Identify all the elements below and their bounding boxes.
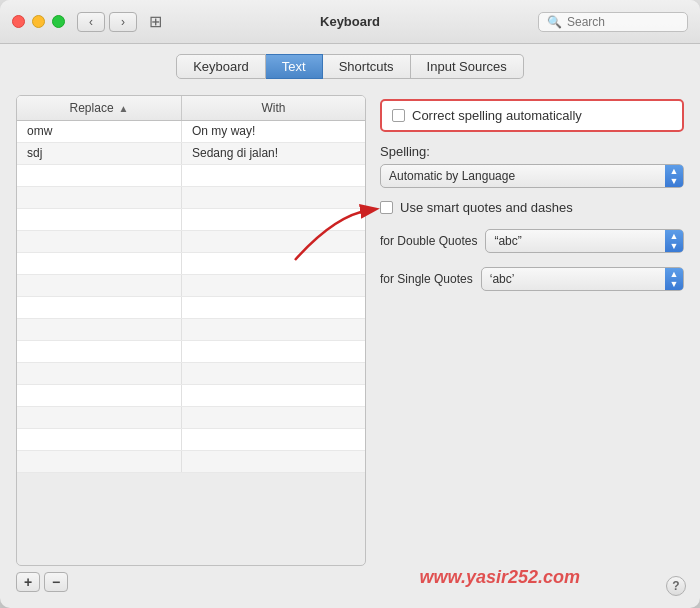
chevron-up-icon: ▲: [670, 167, 679, 176]
maximize-button[interactable]: [52, 15, 65, 28]
keyboard-preferences-window: ‹ › ⊞ Keyboard 🔍 Keyboard Text Shortcuts…: [0, 0, 700, 608]
double-quotes-arrows: ▲ ▼: [665, 230, 683, 252]
table-row: [17, 341, 365, 363]
correct-spelling-row: Correct spelling automatically: [380, 99, 684, 132]
double-quotes-value: “abc”: [494, 234, 521, 248]
table-row[interactable]: omw On my way!: [17, 121, 365, 143]
spelling-dropdown-value: Automatic by Language: [389, 169, 515, 183]
cell-with-sdj: Sedang di jalan!: [182, 143, 365, 164]
tab-shortcuts[interactable]: Shortcuts: [323, 54, 411, 79]
table-row: [17, 231, 365, 253]
right-panel: Correct spelling automatically Spelling:…: [380, 95, 684, 592]
cell-replace-omw: omw: [17, 121, 182, 142]
search-box[interactable]: 🔍: [538, 12, 688, 32]
table-header: Replace ▲ With: [17, 96, 365, 121]
sort-arrow-icon: ▲: [119, 103, 129, 114]
back-button[interactable]: ‹: [77, 12, 105, 32]
chevron-up-icon: ▲: [670, 232, 679, 241]
table-row: [17, 385, 365, 407]
table-row: [17, 319, 365, 341]
add-row-button[interactable]: +: [16, 572, 40, 592]
table-footer: + −: [16, 566, 366, 592]
spelling-dropdown[interactable]: Automatic by Language ▲ ▼: [380, 164, 684, 188]
nav-buttons: ‹ ›: [77, 12, 137, 32]
close-button[interactable]: [12, 15, 25, 28]
cell-with-omw: On my way!: [182, 121, 365, 142]
table-row: [17, 165, 365, 187]
chevron-up-icon: ▲: [670, 270, 679, 279]
chevron-down-icon: ▼: [670, 177, 679, 186]
double-quotes-label: for Double Quotes: [380, 234, 477, 248]
table-row: [17, 253, 365, 275]
single-quotes-row: for Single Quotes ‘abc’ ▲ ▼: [380, 267, 684, 291]
replace-header-label: Replace: [70, 101, 114, 115]
tab-text[interactable]: Text: [266, 54, 323, 79]
double-quotes-dropdown[interactable]: “abc” ▲ ▼: [485, 229, 684, 253]
spelling-title: Spelling:: [380, 144, 684, 159]
tabs-bar: Keyboard Text Shortcuts Input Sources: [0, 44, 700, 87]
single-quotes-arrows: ▲ ▼: [665, 268, 683, 290]
with-header-label: With: [262, 101, 286, 115]
watermark: www.yasir252.com: [420, 567, 580, 588]
minimize-button[interactable]: [32, 15, 45, 28]
table-body: omw On my way! sdj Sedang di jalan!: [17, 121, 365, 473]
text-table: Replace ▲ With omw On my way! sdj Sedang…: [16, 95, 366, 566]
smart-quotes-checkbox[interactable]: [380, 201, 393, 214]
table-row: [17, 363, 365, 385]
table-row: [17, 407, 365, 429]
smart-quotes-label: Use smart quotes and dashes: [400, 200, 573, 215]
table-row[interactable]: sdj Sedang di jalan!: [17, 143, 365, 165]
single-quotes-dropdown[interactable]: ‘abc’ ▲ ▼: [481, 267, 684, 291]
table-row: [17, 451, 365, 473]
search-icon: 🔍: [547, 15, 562, 29]
table-panel: Replace ▲ With omw On my way! sdj Sedang…: [16, 95, 366, 592]
tab-input-sources[interactable]: Input Sources: [411, 54, 524, 79]
table-row: [17, 209, 365, 231]
column-with-header[interactable]: With: [182, 96, 365, 120]
cell-replace-sdj: sdj: [17, 143, 182, 164]
table-row: [17, 429, 365, 451]
spelling-section: Spelling: Automatic by Language ▲ ▼: [380, 144, 684, 188]
correct-spelling-checkbox[interactable]: [392, 109, 405, 122]
help-button[interactable]: ?: [666, 576, 686, 596]
chevron-down-icon: ▼: [670, 280, 679, 289]
grid-icon: ⊞: [149, 12, 162, 31]
forward-button[interactable]: ›: [109, 12, 137, 32]
table-row: [17, 187, 365, 209]
search-input[interactable]: [567, 15, 679, 29]
window-title: Keyboard: [320, 14, 380, 29]
remove-row-button[interactable]: −: [44, 572, 68, 592]
table-row: [17, 275, 365, 297]
spelling-dropdown-arrows: ▲ ▼: [665, 165, 683, 187]
double-quotes-row: for Double Quotes “abc” ▲ ▼: [380, 229, 684, 253]
chevron-down-icon: ▼: [670, 242, 679, 251]
correct-spelling-label: Correct spelling automatically: [412, 108, 582, 123]
titlebar: ‹ › ⊞ Keyboard 🔍: [0, 0, 700, 44]
smart-quotes-row: Use smart quotes and dashes: [380, 200, 684, 215]
single-quotes-value: ‘abc’: [490, 272, 515, 286]
tab-keyboard[interactable]: Keyboard: [176, 54, 266, 79]
column-replace-header[interactable]: Replace ▲: [17, 96, 182, 120]
single-quotes-label: for Single Quotes: [380, 272, 473, 286]
table-row: [17, 297, 365, 319]
traffic-lights: [12, 15, 65, 28]
content-area: Replace ▲ With omw On my way! sdj Sedang…: [0, 87, 700, 608]
